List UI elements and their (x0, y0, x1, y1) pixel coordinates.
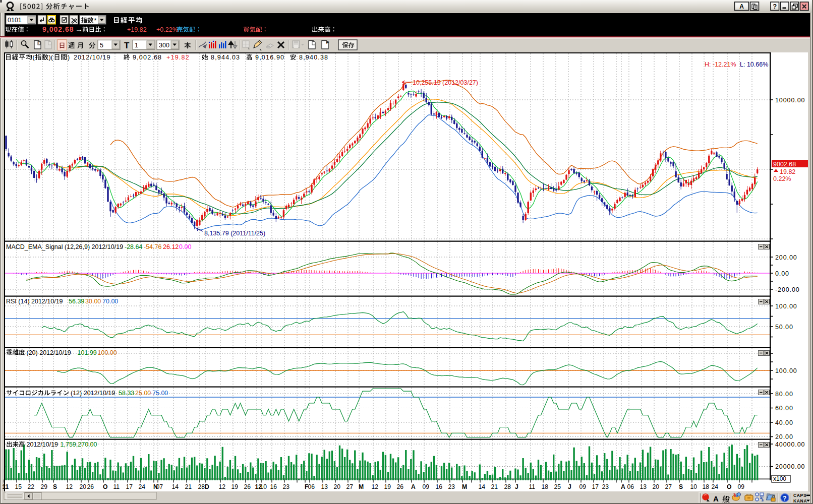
svg-text:200.00: 200.00 (775, 254, 797, 261)
svg-text:12: 12 (66, 483, 73, 490)
svg-text:9,016.90: 9,016.90 (255, 54, 284, 61)
svg-text:27: 27 (346, 483, 354, 490)
svg-text:06: 06 (308, 483, 315, 490)
svg-text:13: 13 (321, 483, 328, 490)
svg-text:0.00: 0.00 (179, 243, 191, 250)
svg-text:28: 28 (504, 483, 511, 490)
svg-text:300: 300 (159, 42, 169, 49)
svg-text:20: 20 (334, 483, 341, 490)
svg-text:70.00: 70.00 (102, 298, 118, 305)
svg-text:26: 26 (397, 483, 404, 490)
svg-text:23: 23 (602, 483, 609, 490)
svg-text:09: 09 (579, 483, 587, 490)
svg-text:16: 16 (270, 483, 277, 490)
svg-text:16: 16 (436, 483, 443, 490)
svg-text:26: 26 (244, 483, 251, 490)
svg-text:27: 27 (665, 483, 672, 490)
svg-text:17: 17 (592, 483, 599, 490)
svg-text:8,944.03: 8,944.03 (211, 54, 240, 61)
svg-text:06: 06 (627, 483, 634, 490)
svg-text:14: 14 (479, 483, 486, 490)
svg-text:23: 23 (448, 483, 455, 490)
svg-text:J: J (568, 483, 571, 490)
svg-text:10: 10 (690, 483, 698, 490)
svg-text:)(: )( (49, 54, 53, 61)
svg-text:(12) 2012/10/19: (12) 2012/10/19 (71, 390, 115, 397)
svg-text:MACD_EMA_Signal (12,26,9) 2012: MACD_EMA_Signal (12,26,9) 2012/10/19 (6, 243, 123, 250)
svg-text:?: ? (783, 495, 787, 502)
svg-text:29: 29 (41, 483, 48, 490)
svg-text:11: 11 (113, 483, 120, 490)
svg-text:KANA: KANA (793, 498, 807, 503)
svg-text:10000.00: 10000.00 (775, 97, 805, 104)
svg-text:M: M (462, 483, 467, 490)
svg-text:D: D (38, 41, 41, 45)
svg-text:21: 21 (491, 483, 498, 490)
svg-text:11: 11 (3, 483, 9, 490)
svg-text:A: A (739, 3, 744, 10)
svg-text:S: S (53, 483, 57, 490)
svg-text:101.99: 101.99 (78, 349, 97, 356)
svg-text:21: 21 (185, 483, 192, 490)
svg-text:?: ? (773, 3, 777, 10)
svg-text:A: A (621, 483, 625, 490)
svg-text:2012/10/19: 2012/10/19 (74, 54, 111, 61)
svg-text:2012/10/19: 2012/10/19 (27, 441, 59, 448)
svg-text:1,759,270.00: 1,759,270.00 (61, 441, 97, 448)
svg-text:1: 1 (135, 42, 138, 49)
svg-text:A: A (713, 494, 719, 503)
svg-text:5: 5 (100, 42, 103, 49)
svg-text:12: 12 (372, 483, 379, 490)
svg-text:CAPS: CAPS (793, 493, 806, 498)
svg-text:9,002.68: 9,002.68 (42, 25, 74, 33)
svg-text:-200.00: -200.00 (775, 286, 800, 293)
svg-text:x100: x100 (773, 475, 786, 482)
svg-text:0101: 0101 (8, 17, 22, 24)
svg-text:*: * (94, 17, 97, 24)
svg-text:100.00: 100.00 (775, 303, 797, 310)
svg-text:8,135.79 (2011/11/25): 8,135.79 (2011/11/25) (204, 230, 265, 237)
svg-text:09: 09 (738, 483, 745, 490)
svg-text:H: -12.21%: H: -12.21% (705, 61, 736, 68)
svg-text:22: 22 (28, 483, 35, 490)
svg-text:100.00: 100.00 (775, 367, 797, 374)
svg-text:20: 20 (653, 483, 660, 490)
svg-text:26.12: 26.12 (163, 243, 179, 250)
svg-text:): ) (68, 54, 70, 61)
svg-text:J: J (515, 483, 518, 490)
svg-text:15: 15 (15, 483, 22, 490)
svg-text:10: 10 (260, 483, 267, 490)
svg-text:80.00: 80.00 (775, 391, 793, 398)
svg-text:100.00: 100.00 (98, 349, 117, 356)
svg-text:-54.76: -54.76 (144, 243, 161, 250)
svg-text:-28.64: -28.64 (125, 243, 142, 250)
svg-text:75.00: 75.00 (152, 390, 168, 397)
svg-text:40.00: 40.00 (775, 419, 793, 426)
svg-text:11: 11 (529, 483, 536, 490)
svg-text:40000.00: 40000.00 (775, 441, 805, 448)
svg-text:25: 25 (554, 483, 561, 490)
svg-text:D: D (205, 483, 209, 490)
svg-text:07: 07 (156, 483, 163, 490)
svg-text:58.33: 58.33 (119, 390, 134, 397)
svg-text:25.00: 25.00 (135, 390, 151, 397)
svg-text:18: 18 (542, 483, 549, 490)
svg-text:M: M (359, 483, 364, 490)
svg-text:20.00: 20.00 (775, 433, 793, 440)
svg-text:0.22%: 0.22% (773, 175, 791, 182)
svg-text:19.82: 19.82 (780, 168, 795, 175)
svg-text:09: 09 (423, 483, 430, 490)
svg-text:(20) 2012/10/19: (20) 2012/10/19 (27, 349, 71, 356)
svg-text:P: P (326, 40, 329, 45)
svg-text:56.39: 56.39 (69, 298, 84, 305)
svg-text:26: 26 (87, 483, 94, 490)
svg-text:9,002.68: 9,002.68 (133, 54, 162, 61)
svg-text:10,255.15 (2012/03/27): 10,255.15 (2012/03/27) (413, 79, 478, 86)
svg-text:O: O (727, 483, 731, 490)
svg-text:20: 20 (80, 483, 87, 490)
svg-text:14: 14 (172, 483, 179, 490)
svg-text:→: → (75, 25, 83, 33)
svg-text:19: 19 (231, 483, 239, 490)
svg-text:+19.82: +19.82 (166, 54, 190, 61)
svg-text:23: 23 (283, 483, 290, 490)
